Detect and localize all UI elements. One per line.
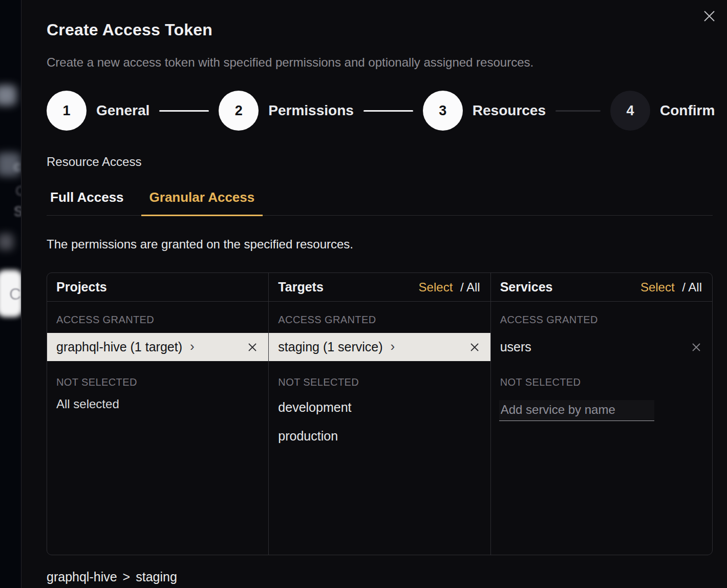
- stepper: 1 General 2 Permissions 3 Resources 4 Co…: [47, 91, 713, 131]
- targets-header: Targets Select / All: [269, 273, 490, 302]
- step-circle-4: 4: [610, 91, 650, 131]
- project-row-label: graphql-hive (1 target): [56, 340, 182, 354]
- targets-access-granted-label: ACCESS GRANTED: [278, 314, 481, 326]
- target-row-staging[interactable]: staging (1 service) ›: [269, 333, 490, 361]
- service-row-label: users: [500, 340, 531, 354]
- target-option-production[interactable]: production: [269, 422, 490, 450]
- close-button[interactable]: [701, 8, 717, 24]
- breadcrumb-project: graphql-hive: [47, 570, 117, 584]
- background-small-blob: [0, 234, 13, 250]
- projects-all-selected-note: All selected: [56, 397, 259, 411]
- project-row-graphql-hive[interactable]: graphql-hive (1 target) ›: [47, 333, 268, 361]
- step-label-permissions: Permissions: [268, 102, 354, 119]
- services-header: Services Select / All: [491, 273, 712, 302]
- granular-access-description: The permissions are granted on the speci…: [47, 237, 713, 251]
- remove-project-icon[interactable]: [247, 342, 258, 353]
- dialog-subtitle: Create a new access token with specified…: [47, 55, 713, 70]
- services-title: Services: [500, 280, 553, 295]
- step-confirm[interactable]: 4 Confirm: [610, 91, 715, 131]
- chevron-right-icon: ›: [391, 340, 395, 353]
- background-nav-blob: [0, 85, 16, 106]
- service-row-users[interactable]: users: [491, 333, 712, 361]
- step-circle-2: 2: [219, 91, 259, 131]
- step-circle-3: 3: [423, 91, 463, 131]
- targets-not-selected-label: NOT SELECTED: [278, 376, 481, 388]
- target-row-label: staging (1 service): [278, 340, 382, 354]
- services-not-selected-label: NOT SELECTED: [500, 376, 703, 388]
- step-connector-dim: [555, 110, 601, 112]
- remove-service-icon[interactable]: [691, 342, 702, 353]
- step-label-general: General: [96, 102, 149, 119]
- projects-not-selected-label: NOT SELECTED: [56, 376, 259, 388]
- background-cut-text: C: [15, 183, 21, 199]
- projects-access-granted-label: ACCESS GRANTED: [56, 314, 259, 326]
- breadcrumb-target: staging: [136, 570, 177, 584]
- step-resources[interactable]: 3 Resources: [423, 91, 546, 131]
- background-cut-text: c: [14, 159, 21, 175]
- services-select-link[interactable]: Select: [640, 280, 675, 294]
- projects-title: Projects: [56, 280, 107, 295]
- targets-select-link[interactable]: Select: [419, 280, 453, 294]
- access-mode-tabs: Full Access Granular Access: [47, 182, 713, 216]
- step-permissions[interactable]: 2 Permissions: [219, 91, 354, 131]
- tab-granular-access[interactable]: Granular Access: [141, 182, 263, 216]
- dialog-title: Create Access Token: [47, 20, 713, 39]
- add-service-input[interactable]: [499, 400, 654, 421]
- step-label-confirm: Confirm: [660, 102, 715, 119]
- tab-full-access[interactable]: Full Access: [50, 182, 124, 215]
- services-access-granted-label: ACCESS GRANTED: [500, 314, 703, 326]
- background-page: c C S C: [0, 0, 21, 588]
- remove-target-icon[interactable]: [469, 342, 480, 353]
- breadcrumb-separator: >: [123, 570, 131, 584]
- projects-header: Projects: [47, 273, 268, 302]
- targets-column: Targets Select / All ACCESS GRANTED stag…: [268, 273, 490, 555]
- step-connector: [364, 110, 413, 112]
- targets-title: Targets: [278, 280, 323, 295]
- targets-select-all-link[interactable]: / All: [460, 280, 480, 294]
- step-label-resources: Resources: [473, 102, 546, 119]
- step-connector: [159, 110, 209, 112]
- create-access-token-dialog: Create Access Token Create a new access …: [21, 0, 727, 588]
- chevron-right-icon: ›: [190, 340, 195, 353]
- close-icon: [703, 10, 715, 22]
- breadcrumb: graphql-hive > staging: [47, 570, 713, 584]
- step-general[interactable]: 1 General: [47, 91, 149, 131]
- target-option-development[interactable]: development: [269, 393, 490, 422]
- resource-table: Projects ACCESS GRANTED graphql-hive (1 …: [47, 272, 713, 555]
- step-circle-1: 1: [47, 91, 87, 131]
- projects-column: Projects ACCESS GRANTED graphql-hive (1 …: [47, 273, 268, 555]
- background-cut-text: S: [14, 204, 21, 220]
- background-button-glyph: C: [9, 285, 21, 304]
- services-select-all-link[interactable]: / All: [682, 280, 702, 294]
- services-column: Services Select / All ACCESS GRANTED use…: [490, 273, 712, 555]
- resource-access-heading: Resource Access: [47, 155, 713, 169]
